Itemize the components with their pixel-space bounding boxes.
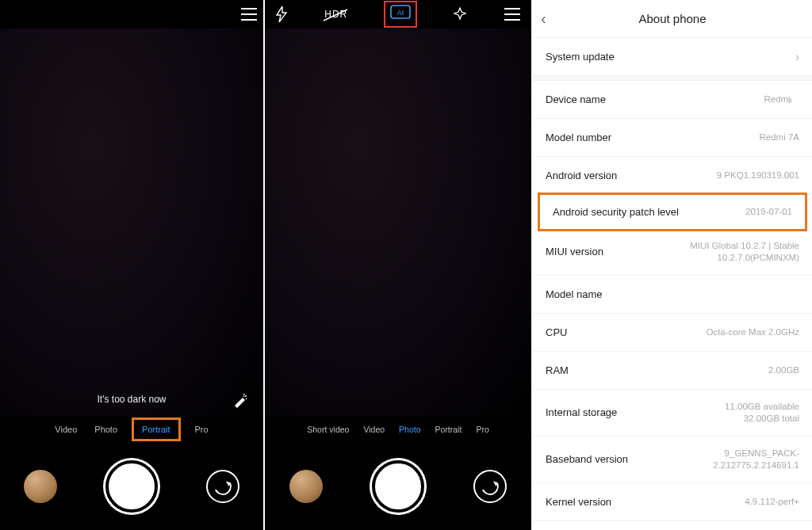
row-kernel[interactable]: Kernel version 4.9.112-perf+ [533, 483, 812, 521]
row-value: 2019-07-01 [745, 206, 792, 218]
mode-portrait[interactable]: Portrait [435, 425, 462, 434]
camera-topbar [0, 0, 263, 29]
row-label: MIUI version [546, 246, 603, 257]
page-title: About phone [638, 12, 706, 25]
row-model-number[interactable]: Model number Redmi 7A [533, 119, 812, 157]
row-system-update[interactable]: System update › [533, 38, 812, 76]
mode-pro[interactable]: Pro [195, 425, 209, 434]
row-android-version[interactable]: Android version 9 PKQ1.190319.001 [533, 157, 812, 195]
row-value: 9 PKQ1.190319.001 [717, 170, 799, 181]
row-cpu[interactable]: CPU Octa-core Max 2.0GHz [533, 314, 812, 352]
dark-warning-text: It's too dark now [0, 394, 263, 405]
switch-camera-icon [212, 475, 234, 498]
hdr-icon[interactable]: HDR [324, 9, 347, 20]
switch-camera-button[interactable] [473, 470, 507, 503]
row-security-patch-highlighted[interactable]: Android security patch level 2019-07-01 [538, 193, 807, 231]
row-baseband[interactable]: Baseband version 9_GENNS_PACK-2.212775.2… [533, 437, 812, 483]
row-value: 4.9.112-perf+ [745, 496, 799, 508]
row-label: RAM [546, 364, 569, 376]
row-value: Redmi [764, 93, 783, 105]
row-device-name[interactable]: Device name Redmi› [533, 81, 812, 119]
back-chevron-icon[interactable]: ‹ [541, 10, 546, 28]
camera-mode-row: Short video Video Photo Portrait Pro [265, 416, 531, 443]
row-label: Android version [546, 170, 617, 181]
mode-pro[interactable]: Pro [476, 425, 488, 434]
camera-controls [265, 443, 531, 530]
shutter-button[interactable] [372, 460, 424, 513]
row-label: Model name [546, 288, 603, 300]
row-internal-storage[interactable]: Internal storage 11.00GB available 32.00… [533, 390, 812, 437]
hamburger-menu-icon[interactable] [241, 8, 257, 21]
svg-line-0 [324, 10, 347, 21]
ai-button-highlighted[interactable]: AI [384, 1, 417, 28]
row-status[interactable]: Status Phone number, signal, etc. [533, 521, 812, 530]
filters-sparkle-icon[interactable] [453, 7, 467, 21]
row-value: Redmi 7A [760, 132, 800, 143]
camera-screen-portrait: It's too dark now Video Photo Portrait P… [0, 0, 263, 530]
row-value: 11.00GB available 32.00GB total [725, 401, 799, 425]
about-phone-screen: ‹ About phone System update › Device nam… [533, 0, 812, 530]
settings-header: ‹ About phone [533, 0, 812, 38]
mode-photo[interactable]: Photo [399, 425, 420, 434]
row-label: System update [546, 51, 615, 63]
camera-viewfinder[interactable] [265, 29, 531, 416]
switch-camera-icon [479, 475, 501, 498]
row-miui-version[interactable]: MIUI version MIUI Global 10.2.7 | Stable… [533, 229, 812, 276]
shutter-button[interactable] [105, 460, 158, 513]
gallery-thumbnail[interactable] [289, 470, 323, 503]
row-value: Octa-core Max 2.0GHz [706, 326, 799, 338]
camera-screen-photo: HDR AI Short video Video Photo Portrait … [263, 0, 533, 530]
chevron-right-icon: › [788, 93, 792, 107]
ai-icon: AI [390, 4, 411, 20]
mode-photo[interactable]: Photo [94, 425, 117, 434]
row-model-name[interactable]: Model name [533, 276, 812, 314]
flash-icon[interactable] [276, 6, 287, 22]
row-label: Internal storage [546, 406, 617, 418]
hamburger-menu-icon[interactable] [504, 8, 520, 21]
gallery-thumbnail[interactable] [24, 470, 57, 503]
row-label: Device name [546, 93, 606, 105]
mode-video[interactable]: Video [363, 425, 385, 434]
mode-portrait[interactable]: Portrait [132, 418, 180, 441]
row-ram[interactable]: RAM 2.00GB [533, 352, 812, 390]
row-label: Model number [546, 132, 611, 143]
row-label: Kernel version [546, 496, 611, 508]
chevron-right-icon: › [795, 50, 799, 64]
row-value: MIUI Global 10.2.7 | Stable 10.2.7.0(PCM… [660, 240, 799, 264]
row-label: CPU [546, 326, 567, 338]
camera-controls [0, 443, 263, 530]
magic-wand-icon[interactable] [233, 394, 247, 408]
row-label: Android security patch level [553, 206, 679, 218]
camera-topbar: HDR AI [265, 0, 531, 29]
row-label: Baseband version [546, 453, 628, 465]
row-value: 2.00GB [768, 364, 799, 376]
row-value: 9_GENNS_PACK-2.212775.2.214691.1 [660, 448, 799, 471]
mode-video[interactable]: Video [55, 425, 77, 434]
mode-short-video[interactable]: Short video [307, 425, 349, 434]
ai-label-text: AI [396, 9, 404, 17]
switch-camera-button[interactable] [206, 470, 239, 503]
camera-viewfinder[interactable]: It's too dark now [0, 29, 263, 416]
camera-mode-row: Video Photo Portrait Pro [0, 416, 263, 443]
